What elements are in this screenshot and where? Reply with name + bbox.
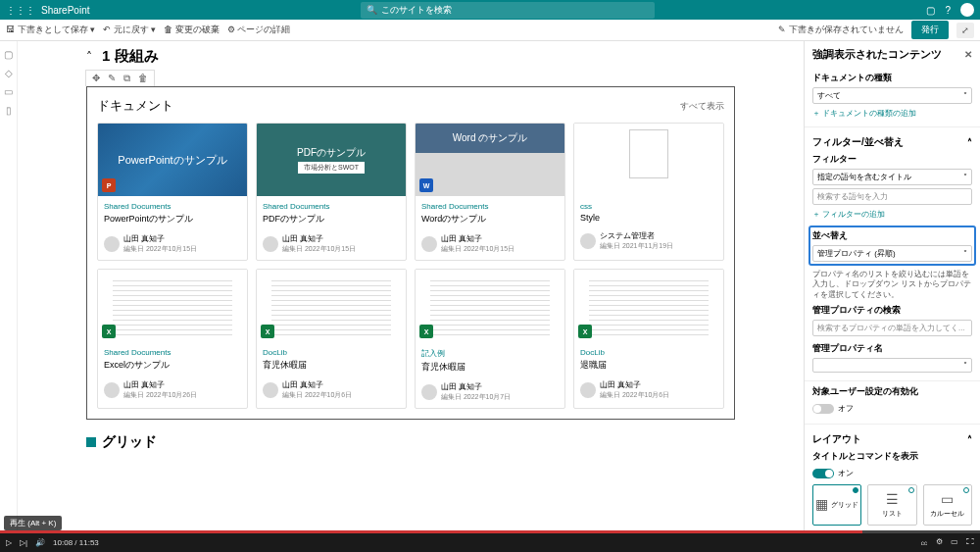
square-bullet-icon xyxy=(86,437,96,447)
author-name: システム管理者 xyxy=(600,230,673,241)
fullscreen-icon[interactable]: ⛶ xyxy=(966,537,974,548)
search-box[interactable]: 🔍 このサイトを検索 xyxy=(361,2,655,19)
author-name: 山田 真知子 xyxy=(282,233,356,244)
card-library: css xyxy=(574,196,723,211)
layout-tile-list[interactable]: ☰リスト xyxy=(867,484,916,526)
audience-label: 対象ユーザー設定の有効化 xyxy=(812,385,972,398)
user-avatar[interactable] xyxy=(960,3,974,17)
edit-icon[interactable]: ✎ xyxy=(108,73,116,84)
layout-tile-carousel[interactable]: ▭カルーセル xyxy=(923,484,972,526)
property-panel: 強調表示されたコンテンツ ✕ ドキュメントの種類 すべて˅ ＋ ドキュメントの種… xyxy=(804,41,980,533)
filter-label: フィルター xyxy=(812,153,972,166)
see-all-link[interactable]: すべて表示 xyxy=(680,100,724,113)
card-title: 育児休暇届 xyxy=(416,359,564,377)
chevron-down-icon: ˅ xyxy=(963,249,967,258)
close-icon[interactable]: ✕ xyxy=(964,49,972,60)
document-card[interactable]: PDFのサンプル市場分析とSWOTShared DocumentsPDFのサンプ… xyxy=(256,123,407,261)
time-display: 10:08 / 11:53 xyxy=(53,538,99,547)
file-type-icon: X xyxy=(261,325,274,338)
document-card[interactable]: X記入例育児休暇届山田 真知子編集日 2022年10月7日 xyxy=(415,269,565,409)
section-title: 1 段組み xyxy=(102,47,159,66)
undo-button[interactable]: ↶ 元に戻す ▾ xyxy=(103,24,156,36)
play-button[interactable]: ▷ xyxy=(6,538,12,547)
layout-accordion[interactable]: レイアウト˄ xyxy=(812,428,972,450)
card-thumbnail: X xyxy=(257,270,406,342)
document-card[interactable]: Word のサンプルWShared DocumentsWordのサンプル山田 真… xyxy=(415,123,565,261)
titlecmd-toggle[interactable]: オン xyxy=(812,466,972,480)
author-name: 山田 真知子 xyxy=(282,379,352,390)
chevron-up-icon[interactable]: ˄ xyxy=(86,50,92,64)
cc-icon[interactable]: ㏄ xyxy=(920,537,928,548)
document-card[interactable]: cssStyleシステム管理者編集日 2021年11月19日 xyxy=(573,123,724,261)
author-avatar xyxy=(580,382,596,398)
document-card[interactable]: XShared DocumentsExcelのサンプル山田 真知子編集日 202… xyxy=(97,269,248,409)
sort-highlighted-box: ④ 並べ替え 管理プロパティ (昇順)˅ xyxy=(808,226,976,266)
delete-icon[interactable]: 🗑 xyxy=(138,73,148,84)
megaphone-icon[interactable]: ▢ xyxy=(926,5,935,16)
move-icon[interactable]: ✥ xyxy=(92,73,100,84)
audience-toggle[interactable]: オフ xyxy=(812,401,972,416)
next-button[interactable]: ▷| xyxy=(20,538,27,547)
duplicate-icon[interactable]: ⧉ xyxy=(123,73,130,84)
mp-search-input[interactable]: 検索するプロパティの単語を入力してく... xyxy=(812,320,972,336)
save-draft-button[interactable]: 🖫 下書きとして保存 ▾ xyxy=(6,24,95,36)
chevron-up-icon: ˄ xyxy=(967,137,972,148)
pip-icon[interactable]: ▭ xyxy=(951,537,958,548)
highlighted-content-webpart[interactable]: ドキュメント すべて表示 PowerPointのサンプルPShared Docu… xyxy=(86,86,735,420)
seek-bar[interactable] xyxy=(0,530,980,533)
file-type-icon: X xyxy=(419,325,433,338)
card-thumbnail: X xyxy=(98,270,247,342)
add-doctype-link[interactable]: ＋ ドキュメントの種類の追加 xyxy=(812,104,972,119)
mp-name-select[interactable]: ˅ xyxy=(812,358,972,373)
sort-help-text: プロパティ名のリストを絞り込むには単語を入力し、ドロップダウン リストからプロパ… xyxy=(812,266,972,304)
card-thumbnail: PDFのサンプル市場分析とSWOT xyxy=(257,124,406,196)
app-launcher-icon[interactable]: ⋮⋮⋮ xyxy=(6,5,35,16)
file-type-icon: X xyxy=(102,325,116,338)
add-section-icon[interactable]: ▢ xyxy=(4,49,13,60)
doctype-select[interactable]: すべて˅ xyxy=(812,87,972,104)
card-meta: 山田 真知子編集日 2022年10月6日 xyxy=(574,376,723,406)
document-card[interactable]: PowerPointのサンプルPShared DocumentsPowerPoi… xyxy=(97,123,248,261)
card-library: DocLib xyxy=(574,342,723,357)
document-card[interactable]: XDocLib退職届山田 真知子編集日 2022年10月6日 xyxy=(573,269,724,409)
page-canvas: ˄ 1 段組み ✥ ✎ ⧉ 🗑 ドキュメント すべて表示 PowerPointの… xyxy=(18,41,804,533)
card-title: PDFのサンプル xyxy=(257,211,406,229)
volume-icon[interactable]: 🔊 xyxy=(35,538,45,547)
expand-icon[interactable]: ⤢ xyxy=(956,23,974,38)
author-name: 山田 真知子 xyxy=(123,379,197,390)
callout-badge: ④ xyxy=(804,233,805,251)
author-name: 山田 真知子 xyxy=(600,379,669,390)
add-image-icon[interactable]: ▭ xyxy=(4,86,13,97)
app-title: SharePoint xyxy=(41,5,89,16)
search-placeholder: このサイトを検索 xyxy=(381,4,452,17)
chevron-down-icon: ˅ xyxy=(963,173,967,181)
card-thumbnail: PowerPointのサンプルP xyxy=(98,124,247,196)
publish-button[interactable]: 発行 xyxy=(911,21,949,39)
author-name: 山田 真知子 xyxy=(441,233,514,244)
sort-select[interactable]: 管理プロパティ (昇順)˅ xyxy=(812,245,972,262)
settings-icon[interactable]: ⚙ xyxy=(936,537,943,548)
card-thumbnail xyxy=(574,124,723,196)
filter-input[interactable]: 検索する語句を入力 xyxy=(812,188,972,205)
filter-sort-accordion[interactable]: フィルター/並べ替え˄ xyxy=(812,131,972,153)
page-details-button[interactable]: ⚙ ページの詳細 xyxy=(227,24,291,36)
carousel-icon: ▭ xyxy=(926,491,969,507)
sort-label: 並べ替え xyxy=(812,229,972,242)
layout-tile-grid[interactable]: ▦グリッド xyxy=(812,484,861,526)
card-library: Shared Documents xyxy=(98,342,247,357)
card-thumbnail: Word のサンプルW xyxy=(416,124,564,196)
file-type-icon: W xyxy=(419,178,433,192)
document-card[interactable]: XDocLib育児休暇届山田 真知子編集日 2022年10月6日 xyxy=(256,269,407,409)
card-meta: システム管理者編集日 2021年11月19日 xyxy=(574,226,723,257)
author-avatar xyxy=(263,382,278,398)
card-thumbnail: X xyxy=(574,270,723,342)
webpart-title: ドキュメント xyxy=(97,97,173,115)
section-header[interactable]: ˄ 1 段組み xyxy=(86,41,735,70)
filter-select[interactable]: 指定の語句を含むタイトル˅ xyxy=(812,169,972,185)
card-title: PowerPointのサンプル xyxy=(98,211,247,229)
discard-button[interactable]: 🗑 変更の破棄 xyxy=(164,24,220,36)
add-filter-link[interactable]: ＋ フィルターの追加 xyxy=(812,205,972,220)
add-text-icon[interactable]: ◇ xyxy=(5,68,13,78)
add-more-icon[interactable]: ▯ xyxy=(6,105,12,116)
help-icon[interactable]: ? xyxy=(945,5,951,16)
